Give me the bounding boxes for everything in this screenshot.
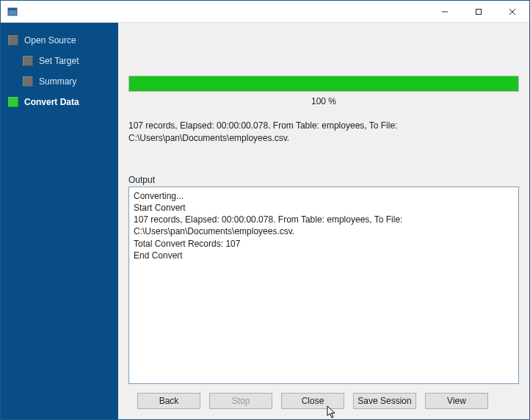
step-box-icon [8, 97, 18, 107]
sidebar-item-set-target[interactable]: Set Target [1, 51, 118, 71]
sidebar-item-summary[interactable]: Summary [1, 71, 118, 92]
output-textbox[interactable]: Converting... Start Convert 107 records,… [128, 187, 519, 384]
progress-section: 100 % [128, 76, 519, 106]
maximize-button[interactable] [462, 1, 495, 23]
step-box-icon [23, 76, 33, 87]
app-window: Open Source Set Target Summary Convert D… [0, 0, 530, 420]
window-body: Open Source Set Target Summary Convert D… [1, 23, 529, 419]
sidebar-item-label: Summary [39, 76, 76, 87]
button-row: Back Stop Close Save Session View [128, 384, 519, 412]
wizard-sidebar: Open Source Set Target Summary Convert D… [1, 23, 118, 419]
step-box-icon [23, 56, 33, 66]
sidebar-item-convert-data[interactable]: Convert Data [1, 92, 118, 112]
titlebar [1, 1, 529, 23]
output-line: 107 records, Elapsed: 00:00:00.078. From… [134, 214, 514, 237]
app-icon [7, 6, 18, 18]
summary-text: 107 records, Elapsed: 00:00:00.078. From… [128, 120, 519, 145]
minimize-button[interactable] [428, 1, 462, 23]
sidebar-item-label: Open Source [24, 35, 76, 46]
sidebar-item-label: Set Target [39, 56, 79, 66]
output-line: Total Convert Records: 107 [134, 238, 514, 250]
step-box-icon [8, 35, 18, 46]
svg-rect-1 [8, 8, 17, 10]
output-label: Output [128, 175, 519, 185]
view-button[interactable]: View [425, 393, 488, 409]
content-panel: 100 % 107 records, Elapsed: 00:00:00.078… [118, 23, 529, 419]
progress-fill [129, 76, 518, 91]
close-window-button[interactable] [495, 1, 529, 23]
sidebar-item-open-source[interactable]: Open Source [1, 30, 118, 51]
svg-rect-3 [476, 9, 482, 14]
back-button[interactable]: Back [137, 393, 200, 409]
stop-button[interactable]: Stop [209, 393, 272, 409]
output-line: Start Convert [134, 202, 514, 214]
progress-percent: 100 % [128, 96, 519, 106]
close-button[interactable]: Close [281, 393, 344, 409]
spacer [128, 30, 519, 74]
save-session-button[interactable]: Save Session [353, 393, 416, 409]
output-line: Converting... [134, 190, 514, 202]
sidebar-item-label: Convert Data [24, 97, 79, 107]
progress-bar [128, 76, 519, 92]
output-line: End Convert [134, 250, 514, 261]
